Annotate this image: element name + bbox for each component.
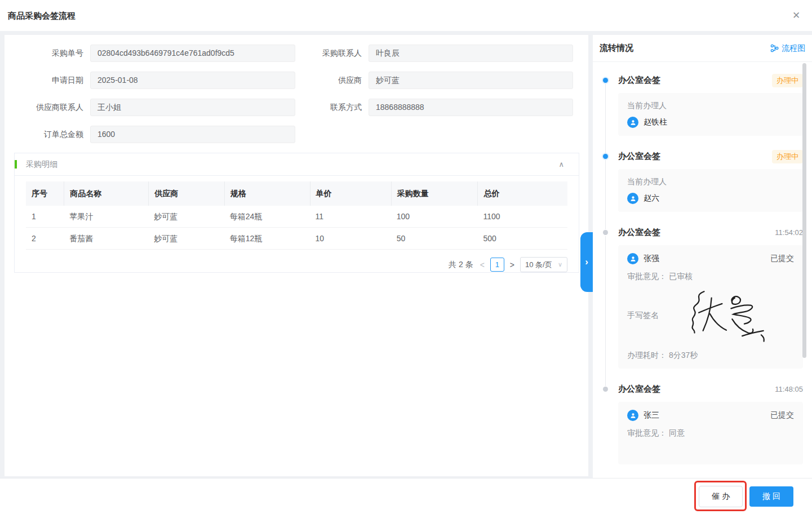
approver-row: 张强 已提交	[627, 253, 794, 264]
avatar	[627, 193, 638, 204]
step-done-dot	[603, 387, 608, 392]
table-row: 2 番茄酱 妙可蓝 每箱12瓶 10 50 500	[26, 228, 567, 250]
col-header-qty: 采购数量	[391, 181, 478, 206]
user-icon	[629, 119, 637, 126]
page-size-select[interactable]: 10 条/页 ∨	[520, 257, 567, 272]
step-card: 张三 已提交 审批意见： 同意	[618, 402, 803, 464]
col-header-price: 单价	[310, 181, 391, 206]
duration-value: 8分37秒	[669, 351, 698, 360]
purchase-detail-header: 采购明细 ∧	[15, 153, 579, 176]
duration-row: 办理耗时： 8分37秒	[627, 351, 794, 361]
cell-total: 1100	[477, 206, 567, 227]
page-number-button[interactable]: 1	[490, 258, 504, 272]
assignee-row: 赵六	[627, 193, 794, 204]
opinion-value: 同意	[669, 428, 685, 437]
section-accent-bar	[15, 160, 17, 169]
col-header-seq: 序号	[26, 181, 64, 206]
form-row: 申请日期 2025-01-08 供应商 妙可蓝	[5, 72, 588, 89]
opinion-value: 已审核	[669, 272, 693, 281]
purchase-contact-field: 叶良辰	[369, 45, 573, 62]
step-active-dot	[603, 154, 608, 159]
flow-panel-header: 流转情况 流程图	[593, 35, 812, 62]
next-page-icon[interactable]: >	[509, 260, 516, 269]
cell-spec: 每箱12瓶	[224, 228, 310, 249]
cell-spec: 每箱24瓶	[224, 206, 310, 227]
scrollbar-thumb[interactable]	[802, 63, 806, 358]
cell-price: 11	[310, 206, 391, 227]
purchase-contact-label: 采购联系人	[295, 48, 362, 59]
step-time: 11:54:02	[775, 228, 803, 237]
flow-step-1: 办公室会签 办理中 当前办理人 赵铁柱	[600, 74, 803, 136]
dialog-footer: 催 办 撤 回	[0, 478, 812, 514]
assignee-row: 赵铁柱	[627, 117, 794, 128]
col-header-spec: 规格	[224, 181, 310, 206]
step-title: 办公室会签	[618, 75, 772, 86]
purchase-no-field: 02804cd493b6469791c4e761ad0f9cd5	[90, 45, 295, 62]
form-row: 采购单号 02804cd493b6469791c4e761ad0f9cd5 采购…	[5, 45, 588, 62]
cell-product: 苹果汁	[64, 206, 148, 227]
supplier-contact-field: 王小姐	[90, 99, 295, 116]
step-time: 11:48:05	[775, 385, 803, 393]
submit-status: 已提交	[770, 254, 794, 264]
table-row: 1 苹果汁 妙可蓝 每箱24瓶 11 100 1100	[26, 206, 567, 228]
approver-row: 张三 已提交	[627, 410, 794, 421]
total-amount-field: 1600	[90, 126, 295, 143]
step-card: 当前办理人 赵铁柱	[618, 93, 803, 136]
user-icon	[629, 195, 637, 202]
supplier-contact-label: 供应商联系人	[5, 103, 83, 113]
flow-timeline: 办公室会签 办理中 当前办理人 赵铁柱 办公室会签	[593, 62, 812, 464]
flowchart-link[interactable]: 流程图	[770, 43, 805, 54]
cell-product: 番茄酱	[64, 228, 148, 249]
approver-name: 张三	[644, 410, 765, 420]
step-card: 当前办理人 赵六	[618, 169, 803, 212]
cell-seq: 1	[26, 206, 64, 227]
opinion-row: 审批意见： 已审核	[627, 272, 794, 282]
phone-field: 18868888888	[369, 99, 573, 116]
flowchart-icon	[770, 44, 779, 52]
duration-label: 办理耗时：	[627, 351, 667, 360]
page-size-value: 10 条/页	[525, 260, 558, 270]
order-form: 采购单号 02804cd493b6469791c4e761ad0f9cd5 采购…	[5, 35, 588, 143]
panel-expand-tab[interactable]: ›	[580, 232, 593, 292]
step-active-dot	[603, 78, 608, 83]
signature-row: 手写签名	[627, 285, 794, 346]
table-header-row: 序号 商品名称 供应商 规格 单价 采购数量 总价	[26, 181, 567, 206]
assignee-label: 当前办理人	[627, 101, 794, 111]
cell-qty: 50	[391, 228, 478, 249]
dialog-title: 商品采购会签流程	[8, 0, 76, 31]
supplier-label: 供应商	[295, 76, 362, 86]
prev-page-icon[interactable]: <	[479, 260, 486, 269]
dialog-titlebar: 商品采购会签流程 ✕	[0, 0, 812, 31]
withdraw-button[interactable]: 撤 回	[749, 486, 793, 507]
approver-name: 张强	[644, 254, 765, 264]
form-row: 供应商联系人 王小姐 联系方式 18868888888	[5, 99, 588, 116]
purchase-detail-table: 序号 商品名称 供应商 规格 单价 采购数量 总价 1 苹果汁 妙可蓝 每箱24…	[26, 181, 567, 250]
cell-supplier: 妙可蓝	[148, 206, 224, 227]
apply-date-label: 申请日期	[5, 76, 83, 86]
flow-step-3: 办公室会签 11:54:02 张强 已提交 审批意见： 已审核	[600, 227, 803, 369]
phone-label: 联系方式	[295, 103, 362, 113]
collapse-chevron-icon[interactable]: ∧	[558, 160, 564, 169]
total-amount-label: 订单总金额	[5, 130, 83, 140]
user-icon	[629, 255, 637, 263]
assignee-name: 赵六	[644, 193, 794, 203]
assignee-name: 赵铁柱	[644, 117, 794, 127]
avatar	[627, 410, 638, 421]
cell-total: 500	[477, 228, 567, 249]
opinion-label: 审批意见：	[627, 272, 667, 281]
status-badge: 办理中	[772, 74, 803, 87]
submit-status: 已提交	[770, 410, 794, 420]
flow-panel-title: 流转情况	[600, 43, 770, 54]
opinion-row: 审批意见： 同意	[627, 428, 794, 438]
pagination-total: 共 2 条	[449, 260, 473, 270]
step-done-dot	[603, 230, 608, 235]
close-icon[interactable]: ✕	[789, 9, 803, 23]
flow-status-panel: 流转情况 流程图 办公室会签 办理中 当前办理人	[593, 35, 812, 478]
status-badge: 办理中	[772, 150, 803, 163]
step-title: 办公室会签	[618, 151, 772, 162]
step-title: 办公室会签	[618, 384, 775, 395]
chevron-down-icon: ∨	[558, 261, 562, 268]
urge-button[interactable]: 催 办	[699, 486, 743, 507]
user-icon	[629, 412, 637, 419]
col-header-product: 商品名称	[64, 181, 148, 206]
